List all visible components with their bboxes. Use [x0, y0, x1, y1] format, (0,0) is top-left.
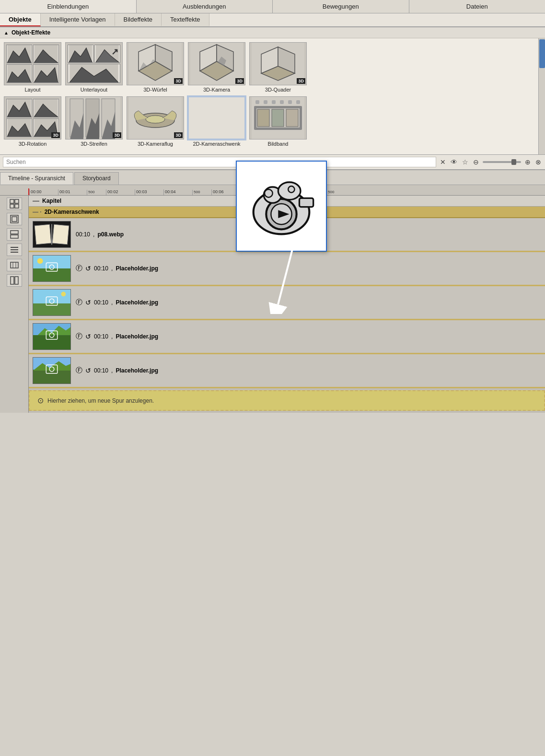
- effect-3d-wuerfel[interactable]: 3D 3D-Würfel: [127, 42, 184, 93]
- zoom-fit-icon[interactable]: ⊗: [534, 157, 542, 167]
- clip-icon-fx-2: Ⓕ: [76, 264, 82, 273]
- timeline-sidebar: [0, 196, 29, 413]
- ruler-mark-500c: 500: [326, 190, 346, 195]
- clip-thumb-4: [33, 323, 71, 350]
- effect-track-label: 2D-Kameraschwenk: [45, 209, 99, 215]
- clip-icon-rot-3: ↺: [85, 299, 91, 306]
- chapter-label: Kapitel: [42, 198, 61, 204]
- clip-row-3: Ⓕ ↺ 00:10 , Placeholder.jpg: [29, 286, 545, 320]
- svg-rect-72: [35, 224, 51, 244]
- svg-rect-61: [11, 231, 18, 234]
- effect-unterlayout[interactable]: ↗ Unterlayout: [65, 42, 123, 93]
- clip-filename-4: Placeholder.jpg: [116, 333, 158, 340]
- ruler-mark-0003: 00:03: [135, 189, 163, 195]
- svg-rect-69: [11, 277, 14, 284]
- tab-intelligente-vorlagen[interactable]: Intelligente Vorlagen: [41, 13, 115, 26]
- clip-row-2: Ⓕ ↺ 00:10 , Placeholder.jpg: [29, 252, 545, 286]
- clip-icon-fx-5: Ⓕ: [76, 366, 82, 375]
- ruler-mark-500a: 500: [87, 190, 106, 195]
- svg-rect-35: [257, 109, 269, 127]
- minus-icon[interactable]: ⊖: [472, 157, 480, 167]
- badge-3d-kamera: 3D: [235, 78, 244, 84]
- tab-dateien[interactable]: Dateien: [409, 0, 545, 13]
- svg-rect-58: [15, 204, 19, 208]
- clip-info-1: 00:10 , p08.webp: [76, 231, 124, 238]
- effect-label-3d-kameraflug: 3D-Kameraflug: [138, 141, 173, 147]
- clip-time-4: 00:10: [94, 333, 108, 340]
- sidebar-icon-6[interactable]: [7, 274, 22, 287]
- svg-rect-57: [10, 204, 14, 208]
- collapse-triangle[interactable]: ▲: [4, 30, 9, 35]
- clip-time-2: 00:10: [94, 265, 108, 272]
- tab-texteffekte[interactable]: Texteffekte: [162, 13, 209, 26]
- sidebar-icon-2[interactable]: [7, 213, 22, 225]
- tab-storyboard[interactable]: Storyboard: [74, 172, 119, 185]
- sidebar-icon-4[interactable]: [7, 244, 22, 256]
- effect-2d-kameraschwenk[interactable]: 2D-Kameraschwenk: [188, 96, 245, 147]
- tab-einblendungen[interactable]: Einblendungen: [0, 0, 137, 13]
- effect-thumb-unterlayout: ↗: [65, 42, 123, 85]
- chapter-collapse[interactable]: —: [33, 197, 39, 205]
- clip-filename-3: Placeholder.jpg: [116, 299, 158, 306]
- clip-time-3: 00:10: [94, 299, 108, 306]
- svg-point-77: [37, 258, 43, 264]
- ruler-mark-0002: 00:02: [106, 189, 135, 195]
- effects-scrollbar[interactable]: [538, 38, 545, 154]
- svg-rect-62: [11, 235, 18, 238]
- svg-rect-38: [255, 100, 259, 104]
- effect-3d-kameraflug[interactable]: 3D 3D-Kameraflug: [127, 96, 184, 147]
- clip-thumb-1: [33, 221, 71, 248]
- tab-ausblendungen[interactable]: Ausblendungen: [137, 0, 273, 13]
- clip-comma-2: ,: [111, 265, 113, 272]
- effect-thumb-2d-kameraschwenk: [188, 96, 245, 140]
- svg-point-51: [265, 189, 273, 198]
- badge-3d-rotation: 3D: [51, 132, 60, 138]
- svg-rect-56: [15, 199, 19, 203]
- clip-comma-3: ,: [111, 299, 113, 306]
- effect-3d-streifen[interactable]: 3D 3D-Streifen: [65, 96, 123, 147]
- tab-bildeffekte[interactable]: Bildeffekte: [115, 13, 162, 26]
- svg-rect-60: [12, 217, 17, 221]
- search-x-icon[interactable]: ✕: [439, 157, 447, 167]
- zoom-slider[interactable]: [483, 161, 521, 163]
- search-input[interactable]: [3, 157, 436, 167]
- effects-row-2: 3D 3D-Rotation: [4, 96, 541, 147]
- track-dots: — ·: [33, 209, 42, 215]
- badge-3d-quader: 3D: [297, 78, 305, 84]
- clip-info-5: Ⓕ ↺ 00:10 , Placeholder.jpg: [76, 366, 158, 375]
- drop-zone[interactable]: ⊙ Hierher ziehen, um neue Spur anzulegen…: [29, 390, 545, 411]
- clip-comma-1: ,: [93, 231, 94, 238]
- svg-point-82: [61, 292, 66, 297]
- effect-thumb-3d-quader: 3D: [249, 42, 307, 85]
- effect-layout[interactable]: Layout: [4, 42, 61, 93]
- top-tab-bar: Einblendungen Ausblendungen Bewegungen D…: [0, 0, 545, 13]
- effect-label-3d-streifen: 3D-Streifen: [81, 141, 107, 147]
- effect-3d-rotation[interactable]: 3D 3D-Rotation: [4, 96, 61, 147]
- ruler-mark-0000: 00:00: [29, 189, 58, 195]
- sidebar-icon-1[interactable]: [7, 198, 22, 210]
- svg-rect-70: [15, 277, 18, 284]
- effect-3d-kamera[interactable]: 3D 3D-Kamera: [188, 42, 245, 93]
- sidebar-icon-5[interactable]: [7, 259, 22, 271]
- svg-rect-49: [300, 198, 313, 207]
- star-icon[interactable]: ☆: [461, 157, 469, 167]
- sidebar-icon-3[interactable]: [7, 228, 22, 241]
- scrollbar-thumb[interactable]: [539, 39, 545, 68]
- effect-label-3d-rotation: 3D-Rotation: [19, 141, 47, 147]
- effect-3d-quader[interactable]: 3D 3D-Quader: [249, 42, 307, 93]
- badge-3d-kameraflug: 3D: [174, 132, 183, 138]
- clip-thumb-2: [33, 255, 71, 282]
- tab-objekte[interactable]: Objekte: [0, 13, 41, 26]
- clip-icon-fx-4: Ⓕ: [76, 332, 82, 341]
- badge-3d-streifen: 3D: [113, 132, 121, 138]
- clip-filename-5: Placeholder.jpg: [116, 367, 158, 374]
- effect-label-2d-kameraschwenk: 2D-Kameraschwenk: [193, 141, 240, 147]
- tab-timeline-spuransicht[interactable]: Timeline - Spuransicht: [0, 172, 73, 185]
- visibility-icon[interactable]: 👁: [450, 157, 458, 167]
- clip-info-2: Ⓕ ↺ 00:10 , Placeholder.jpg: [76, 264, 158, 273]
- clip-info-3: Ⓕ ↺ 00:10 , Placeholder.jpg: [76, 298, 158, 307]
- clip-time-5: 00:10: [94, 367, 108, 374]
- plus-icon[interactable]: ⊕: [524, 157, 532, 167]
- tab-bewegungen[interactable]: Bewegungen: [273, 0, 409, 13]
- effect-bildband[interactable]: Bildband: [249, 96, 307, 147]
